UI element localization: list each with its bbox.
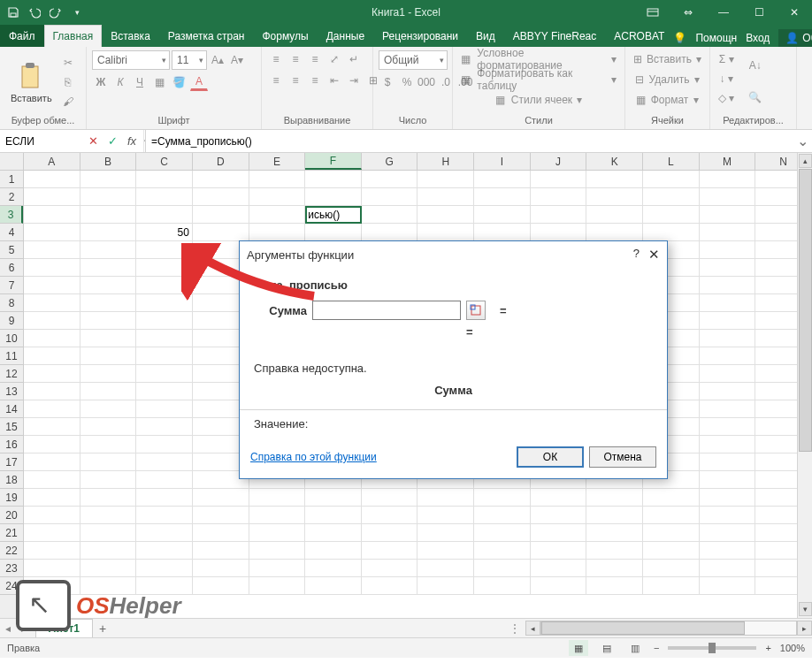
row-header[interactable]: 11 (0, 347, 23, 365)
cell[interactable] (700, 206, 756, 224)
cell[interactable] (249, 507, 306, 524)
cell[interactable] (249, 489, 306, 507)
clear-icon[interactable]: ◇ ▾ (716, 89, 737, 107)
cell[interactable] (417, 188, 474, 206)
cell[interactable] (136, 560, 193, 577)
cell[interactable] (531, 560, 587, 577)
decrease-font-icon[interactable]: A▾ (228, 51, 246, 69)
scroll-right-icon[interactable]: ▸ (797, 621, 812, 636)
find-select-icon[interactable]: 🔍 (746, 82, 764, 112)
cell[interactable] (362, 507, 418, 524)
range-picker-icon[interactable] (466, 301, 486, 320)
cell[interactable] (531, 524, 587, 542)
border-icon[interactable]: ▦ (150, 73, 168, 91)
cell[interactable] (24, 171, 80, 188)
cell[interactable] (249, 577, 306, 595)
cell[interactable] (700, 524, 756, 542)
cell[interactable] (700, 241, 756, 259)
row-header[interactable]: 8 (0, 294, 23, 312)
cell[interactable] (80, 418, 137, 436)
cell[interactable] (700, 507, 756, 524)
argument-input[interactable] (312, 301, 461, 320)
fullscreen-icon[interactable]: ⇔ (670, 0, 706, 25)
row-header[interactable]: 19 (0, 489, 23, 507)
cell[interactable] (24, 241, 80, 259)
cell[interactable] (249, 560, 306, 577)
tell-me-label[interactable]: Помощн (695, 32, 737, 44)
cell[interactable] (80, 507, 137, 524)
cell[interactable] (136, 277, 193, 294)
cell[interactable] (586, 560, 643, 577)
cell[interactable] (24, 188, 80, 206)
align-center-icon[interactable]: ≡ (287, 72, 304, 89)
cell[interactable] (531, 224, 587, 241)
conditional-formatting-button[interactable]: ▦ Условное форматирование ▾ (458, 50, 619, 68)
cell[interactable] (700, 383, 756, 400)
cell[interactable] (474, 507, 531, 524)
cell[interactable] (700, 560, 756, 577)
column-header[interactable]: L (643, 153, 700, 170)
cell[interactable] (136, 171, 193, 188)
cell[interactable] (643, 507, 700, 524)
cell[interactable] (586, 489, 643, 507)
cell[interactable] (362, 206, 418, 224)
currency-icon[interactable]: $ (379, 73, 396, 91)
increase-decimal-icon[interactable]: .0 (437, 73, 455, 91)
cell[interactable] (80, 400, 137, 418)
tab-home[interactable]: Главная (44, 25, 103, 47)
cell[interactable] (417, 507, 474, 524)
cell[interactable] (417, 224, 474, 241)
cell[interactable] (305, 507, 362, 524)
cell[interactable] (586, 507, 643, 524)
cell[interactable] (700, 471, 756, 489)
cell[interactable] (80, 312, 137, 330)
cell[interactable] (24, 277, 80, 294)
autosum-icon[interactable]: Σ ▾ (716, 50, 737, 68)
tab-review[interactable]: Рецензировани (373, 25, 467, 47)
cell[interactable] (24, 294, 80, 312)
insert-cells-button[interactable]: ⊞ Вставить ▾ (631, 50, 704, 68)
cell[interactable] (24, 471, 80, 489)
cell[interactable] (24, 489, 80, 507)
cell[interactable] (586, 524, 643, 542)
cell[interactable] (193, 206, 249, 224)
cell[interactable] (700, 365, 756, 383)
zoom-slider[interactable] (668, 646, 756, 650)
align-right-icon[interactable]: ≡ (306, 72, 324, 89)
delete-cells-button[interactable]: ⊟ Удалить ▾ (631, 71, 704, 88)
comma-icon[interactable]: 000 (417, 73, 435, 91)
cell[interactable] (362, 489, 418, 507)
cell[interactable] (700, 330, 756, 347)
cell[interactable] (24, 224, 80, 241)
tab-data[interactable]: Данные (318, 25, 373, 47)
cell[interactable] (700, 171, 756, 188)
cell[interactable] (136, 507, 193, 524)
scroll-left-icon[interactable]: ◂ (525, 621, 540, 636)
cell[interactable] (80, 383, 137, 400)
cell[interactable] (305, 542, 362, 560)
cell[interactable] (193, 489, 249, 507)
font-family-combo[interactable]: Calibri (92, 50, 170, 70)
cell[interactable] (586, 206, 643, 224)
cell[interactable] (417, 489, 474, 507)
cell[interactable] (80, 542, 137, 560)
orientation-icon[interactable]: ⤢ (326, 50, 343, 68)
cell[interactable] (80, 241, 137, 259)
cell[interactable] (417, 560, 474, 577)
cell[interactable] (362, 542, 418, 560)
cell[interactable] (249, 171, 306, 188)
cell[interactable]: исью() (305, 206, 362, 224)
bold-button[interactable]: Ж (92, 73, 110, 91)
tab-formulas[interactable]: Формулы (253, 25, 317, 47)
cell[interactable] (531, 489, 587, 507)
cell[interactable] (643, 206, 700, 224)
row-header[interactable]: 21 (0, 524, 23, 542)
cell[interactable] (362, 524, 418, 542)
cell[interactable] (24, 507, 80, 524)
select-all-button[interactable] (0, 153, 24, 171)
cell[interactable] (193, 188, 249, 206)
cell[interactable] (417, 577, 474, 595)
cell[interactable] (80, 224, 137, 241)
close-icon[interactable]: ✕ (777, 0, 812, 25)
row-header[interactable]: 20 (0, 507, 23, 524)
